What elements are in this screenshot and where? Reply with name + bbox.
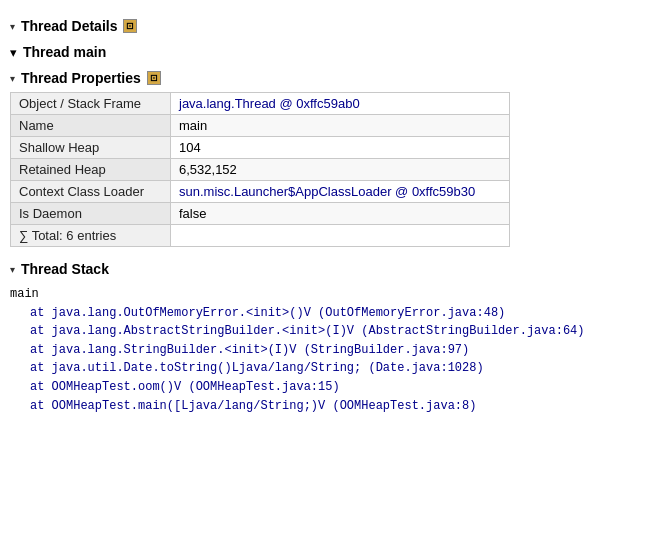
thread-properties-icon: ⊡	[147, 71, 161, 85]
thread-details-header[interactable]: ▾ Thread Details ⊡	[10, 18, 659, 34]
table-row: Name main	[11, 115, 510, 137]
stack-frame: at OOMHeapTest.main([Ljava/lang/String;)…	[10, 397, 659, 416]
stack-frame: at java.lang.StringBuilder.<init>(I)V (S…	[10, 341, 659, 360]
prop-value-text: 6,532,152	[179, 162, 237, 177]
thread-stack-section: ▾ Thread Stack main at java.lang.OutOfMe…	[10, 261, 659, 415]
table-total-row: ∑ Total: 6 entries	[11, 225, 510, 247]
prop-label: Retained Heap	[11, 159, 171, 181]
stack-frame: at java.lang.AbstractStringBuilder.<init…	[10, 322, 659, 341]
properties-table: Object / Stack Frame java.lang.Thread @ …	[10, 92, 510, 247]
thread-main-arrow[interactable]: ▾	[10, 45, 17, 60]
table-row: Retained Heap 6,532,152	[11, 159, 510, 181]
table-row: Is Daemon false	[11, 203, 510, 225]
prop-value: false	[171, 203, 510, 225]
thread-properties-arrow[interactable]: ▾	[10, 73, 15, 84]
prop-label: Shallow Heap	[11, 137, 171, 159]
stack-frame: at java.util.Date.toString()Ljava/lang/S…	[10, 359, 659, 378]
thread-details-title: Thread Details	[21, 18, 117, 34]
thread-main-header[interactable]: ▾ Thread main	[10, 44, 659, 60]
prop-value-text: sun.misc.Launcher$AppClassLoader @ 0xffc…	[179, 184, 475, 199]
prop-label: Name	[11, 115, 171, 137]
prop-value-text: 104	[179, 140, 201, 155]
total-label: ∑ Total: 6 entries	[11, 225, 171, 247]
prop-value: 104	[171, 137, 510, 159]
prop-value-text: false	[179, 206, 206, 221]
thread-stack-title: Thread Stack	[21, 261, 109, 277]
table-row: Object / Stack Frame java.lang.Thread @ …	[11, 93, 510, 115]
stack-content: main at java.lang.OutOfMemoryError.<init…	[10, 285, 659, 415]
thread-stack-arrow[interactable]: ▾	[10, 264, 15, 275]
prop-value: main	[171, 115, 510, 137]
stack-frame: at OOMHeapTest.oom()V (OOMHeapTest.java:…	[10, 378, 659, 397]
thread-stack-header[interactable]: ▾ Thread Stack	[10, 261, 659, 277]
prop-label: Object / Stack Frame	[11, 93, 171, 115]
table-row: Context Class Loader sun.misc.Launcher$A…	[11, 181, 510, 203]
prop-label: Context Class Loader	[11, 181, 171, 203]
thread-main-title: Thread main	[23, 44, 106, 60]
prop-value-text: java.lang.Thread @ 0xffc59ab0	[179, 96, 360, 111]
thread-properties-header[interactable]: ▾ Thread Properties ⊡	[10, 70, 659, 86]
prop-value-text: main	[179, 118, 207, 133]
prop-label: Is Daemon	[11, 203, 171, 225]
prop-value: sun.misc.Launcher$AppClassLoader @ 0xffc…	[171, 181, 510, 203]
stack-main-label: main	[10, 285, 659, 304]
prop-value: java.lang.Thread @ 0xffc59ab0	[171, 93, 510, 115]
thread-properties-title: Thread Properties	[21, 70, 141, 86]
stack-frame: at java.lang.OutOfMemoryError.<init>()V …	[10, 304, 659, 323]
prop-value: 6,532,152	[171, 159, 510, 181]
thread-details-arrow[interactable]: ▾	[10, 21, 15, 32]
table-row: Shallow Heap 104	[11, 137, 510, 159]
total-value	[171, 225, 510, 247]
thread-details-icon: ⊡	[123, 19, 137, 33]
